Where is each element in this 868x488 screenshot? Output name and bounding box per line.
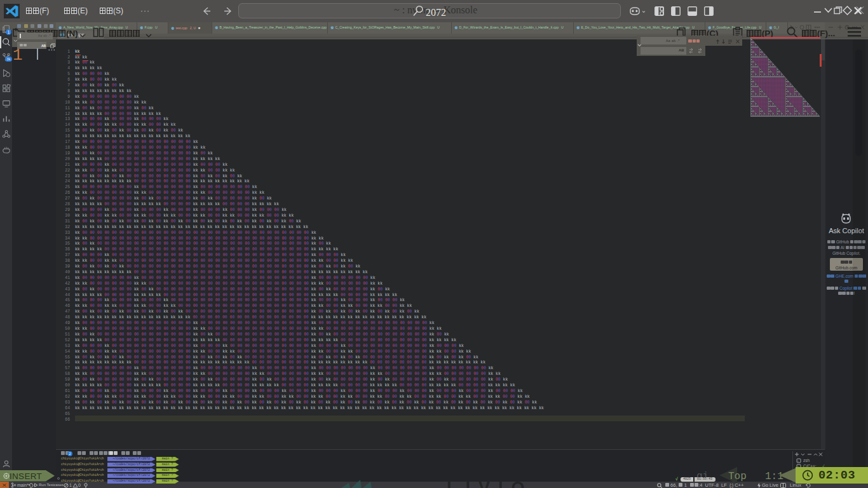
svg-text:C: C: [331, 26, 333, 29]
svg-text:C: C: [215, 26, 217, 29]
svg-text:C: C: [140, 26, 142, 29]
svg-text:C: C: [455, 26, 457, 29]
svg-text:C: C: [577, 26, 579, 29]
svg-text:›: ›: [797, 459, 799, 463]
svg-text:C: C: [172, 27, 173, 30]
